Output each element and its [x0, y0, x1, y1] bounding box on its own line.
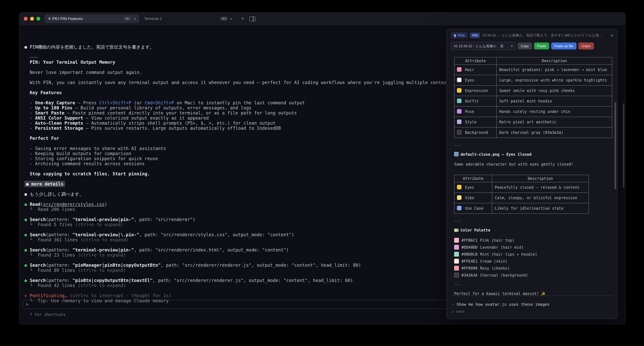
- screen: ✳ PRJ PIN Features ⌘1 × Terminal 2 ⌘2 × …: [0, 0, 644, 346]
- attribute-description: Beautiful gradient: pink → lavender → mi…: [497, 65, 612, 75]
- pins-panel-header: Pins PIN 15:39:32 ← どんな画像か、英語で教えて。見やすいMD…: [446, 29, 618, 38]
- color-swatch: [454, 266, 459, 270]
- window-controls: [24, 17, 40, 21]
- dark-moon-icon: [457, 130, 462, 134]
- table-row: EyesLarge, expressive with white sparkle…: [454, 75, 612, 86]
- color-name: Cream (skin): [480, 259, 508, 263]
- attribute-description: Sweet smile with rosy pink cheeks: [497, 86, 612, 96]
- paste-button[interactable]: Paste: [534, 43, 549, 50]
- pins-panel: Pins PIN 15:39:32 ← どんな画像か、英語で教えて。見やすいMD…: [446, 29, 618, 319]
- pin-title: 15:39:32 ← どんな画像か、英語で教えて。見やすいMDとかカラフルな感…: [482, 33, 606, 38]
- palette-item: #FFB6C1Pink (hair top): [454, 237, 612, 243]
- table-header: Attribute: [454, 175, 492, 182]
- color-swatch: [454, 259, 459, 263]
- color-swatch: [454, 238, 459, 243]
- queued-prompt[interactable]: ›Show me how avatar.js uses these images: [452, 302, 550, 307]
- palette-item: #98D8C8Mint (hair tips + hoodie): [454, 251, 612, 257]
- send-hint: ↵ send: [452, 309, 464, 314]
- color-hex: #98D8C8: [462, 252, 478, 256]
- zzz-icon: [457, 206, 462, 210]
- color-name: Lavender (hair mid): [480, 245, 524, 249]
- zoom-window-button[interactable]: [36, 17, 40, 21]
- shirt-icon: [457, 99, 462, 103]
- color-swatch: [454, 252, 459, 257]
- separator: ---: [454, 219, 612, 223]
- color-hex: #FFB6C1: [462, 238, 478, 242]
- panel-divider: [451, 295, 613, 296]
- separator: ---: [454, 282, 612, 287]
- terminal-scrollbar[interactable]: [623, 103, 624, 188]
- tab-shortcut-badge: ⌘2: [220, 17, 228, 21]
- palette-item: #3A3A3ACharcoal (background): [454, 272, 612, 278]
- palette-item: #FFE4E1Cream (skin): [454, 258, 612, 264]
- separator: ---: [454, 143, 612, 147]
- tab-close-button[interactable]: ×: [134, 16, 136, 21]
- table-row: PoseHands cutely resting under chin: [454, 106, 612, 117]
- table-header: Description: [492, 175, 589, 182]
- tab-prj-pin-features[interactable]: ✳ PRJ PIN Features ⌘1 ×: [45, 14, 139, 23]
- prompt-icon: >: [26, 302, 28, 307]
- minimize-window-button[interactable]: [30, 17, 34, 21]
- color-palette-list: #FFB6C1Pink (hair top)#DDA0DDLavender (h…: [454, 237, 612, 278]
- panel-scrollbar[interactable]: [614, 102, 616, 189]
- attribute-description: Peacefully closed — relaxed & content: [492, 182, 589, 193]
- tab-close-button[interactable]: ×: [230, 16, 232, 21]
- pins-button[interactable]: Pins: [451, 32, 468, 38]
- tab-title: ✳ PRJ PIN Features: [48, 17, 83, 21]
- closed-eyes-table: AttributeDescription EyesPeacefully clos…: [454, 175, 589, 214]
- pins-controls: #1 15:39:32 - どんな画像か、英 ▾ Copy Paste Past…: [446, 38, 618, 50]
- nail-polish-icon: [457, 109, 462, 114]
- terminal-input[interactable]: >: [22, 300, 453, 309]
- table-row: ExpressionSweet smile with rosy pink che…: [454, 86, 612, 96]
- table-row: BackgroundDark charcoal gray (#3a3a3a): [454, 127, 612, 138]
- attribute-description: Soft pastel mint hoodie: [497, 96, 612, 106]
- sparkles-icon: ✨: [541, 291, 546, 296]
- color-name: Charcoal (background): [480, 273, 528, 277]
- rainbow-icon: [454, 229, 458, 232]
- tab-shortcut-badge: ⌘1: [124, 17, 131, 21]
- attribute-description: Dark charcoal gray (#3a3a3a): [497, 127, 612, 138]
- tab-bar: ✳ PRJ PIN Features ⌘1 × Terminal 2 ⌘2 × …: [19, 13, 625, 25]
- pin-badge[interactable]: PIN: [470, 33, 480, 38]
- close-panel-button[interactable]: ×: [611, 33, 614, 38]
- color-hex: #FF9999: [462, 266, 478, 270]
- palette-title: Color Palette: [454, 228, 612, 233]
- color-name: Mint (hair tips + hoodie): [480, 252, 537, 256]
- relieved-face-icon: [457, 185, 462, 189]
- close-window-button[interactable]: [24, 17, 28, 21]
- unpin-button[interactable]: Unpin: [578, 43, 594, 50]
- palette-item: #FF9999Rosy (cheeks): [454, 265, 612, 271]
- table-header: Attribute: [454, 57, 497, 65]
- attribute-description: Large, expressive with white sparkle hig…: [497, 75, 612, 86]
- paste-as-file-button[interactable]: Paste as file: [551, 43, 576, 50]
- table-header: Description: [497, 57, 612, 65]
- tab-title: Terminal 2: [144, 17, 162, 21]
- table-row: OutfitSoft pastel mint hoodie: [454, 96, 612, 106]
- pin-content: AttributeDescription HairBeautiful gradi…: [446, 50, 618, 296]
- color-swatch: [454, 245, 459, 250]
- table-row: EyesPeacefully closed — relaxed & conten…: [454, 182, 589, 193]
- table-row: HairBeautiful gradient: pink → lavender …: [454, 65, 612, 75]
- eyes-icon: [457, 78, 462, 82]
- table-row: Use CaseLikely for idle/inactive state: [454, 203, 589, 214]
- color-hex: #DDA0DD: [462, 245, 478, 249]
- picture-icon: [454, 152, 458, 156]
- color-swatch: [454, 273, 459, 277]
- color-name: Pink (hair top): [480, 238, 514, 242]
- smile-icon: [457, 88, 462, 93]
- table-row: VibeCalm, sleepy, or blissful expression: [454, 193, 589, 203]
- attribute-description: Likely for idle/inactive state: [492, 203, 589, 214]
- copy-button[interactable]: Copy: [518, 43, 532, 50]
- attribute-description: Hands cutely resting under chin: [497, 106, 612, 117]
- close-image-subtitle: Same adorable character but with eyes ge…: [454, 162, 612, 167]
- table-row: StyleRetro pixel art aesthetic: [454, 117, 612, 127]
- color-name: Rosy (cheeks): [480, 266, 510, 270]
- tab-terminal-2[interactable]: Terminal 2 ⌘2 ×: [141, 14, 236, 23]
- picture-frame-icon: [457, 120, 462, 124]
- ribbon-icon: [457, 67, 462, 72]
- new-tab-button[interactable]: +: [241, 16, 244, 22]
- pin-selector-value: #1 15:39:32 - どんな画像か、英: [454, 44, 504, 48]
- attribute-description: Calm, sleepy, or blissful expression: [492, 193, 589, 203]
- pin-selector[interactable]: #1 15:39:32 - どんな画像か、英 ▾: [451, 42, 516, 50]
- split-pane-icon[interactable]: [250, 16, 256, 21]
